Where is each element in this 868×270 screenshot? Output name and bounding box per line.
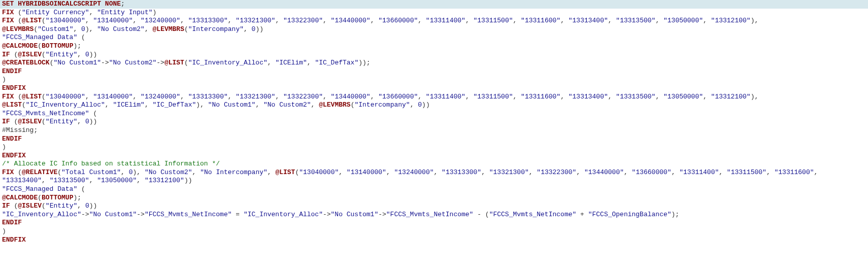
str: "FCCS_Managed Data": [2, 33, 77, 41]
paren: (: [18, 168, 22, 176]
code-line: ENDIF: [0, 68, 868, 76]
paren: (: [184, 59, 188, 66]
arrow: ->: [81, 211, 89, 218]
code-line: #Missing;: [0, 126, 868, 135]
plus: +: [576, 211, 588, 218]
str: "13313300": [188, 93, 228, 100]
str: "FCCS_Managed Data": [2, 185, 77, 193]
paren: (: [485, 211, 489, 218]
minus: -: [473, 211, 485, 218]
paren: (: [38, 42, 42, 50]
paren: (: [38, 194, 42, 201]
paren: (: [42, 93, 46, 100]
paren: )): [89, 202, 97, 210]
str: "13140000": [93, 17, 132, 24]
fn-islev: @ISLEV: [18, 202, 42, 210]
str: "Entity": [46, 202, 77, 210]
str: "No Custom2": [145, 168, 192, 176]
paren: (: [93, 110, 97, 117]
str: "ICElim": [113, 101, 144, 109]
str: "13440000": [331, 17, 371, 24]
code-line: ENDFIX: [0, 236, 868, 245]
code-line: ENDFIX: [0, 152, 868, 160]
str: "13040000": [46, 93, 85, 100]
fn-islev: @ISLEV: [18, 51, 42, 58]
arrow: ->: [378, 211, 386, 218]
kw-fix: FIX: [2, 9, 14, 16]
paren: (: [42, 17, 46, 24]
str: "IC_Inventory_Alloc": [244, 211, 323, 218]
str: "IC_DefTax": [315, 59, 358, 66]
paren: (: [18, 17, 22, 24]
kw-endif: ENDIF: [2, 135, 22, 143]
kw-if: IF: [2, 51, 10, 58]
fn-levmbrs: @LEVMBRS: [319, 101, 350, 109]
str: "Entity": [46, 51, 77, 58]
eq: =: [232, 211, 244, 218]
num: 0: [85, 118, 89, 125]
code-line: ): [0, 76, 868, 84]
fn-createblock: @CREATEBLOCK: [2, 59, 50, 66]
paren: )): [422, 101, 430, 109]
str: "13313300": [188, 17, 228, 24]
paren: ): [152, 9, 156, 16]
arrow: ->: [137, 211, 145, 218]
paren: ): [85, 25, 89, 33]
str: "13311500": [727, 168, 766, 176]
str: "13050000": [663, 17, 703, 24]
str: "13140000": [93, 93, 132, 100]
paren: )): [255, 25, 263, 33]
str: "13311600": [521, 93, 560, 100]
str: "13311400": [679, 168, 719, 176]
str: "13660000": [378, 93, 418, 100]
str: "13040000": [299, 168, 339, 176]
code-line: ): [0, 143, 868, 152]
num: 0: [85, 202, 89, 210]
paren: );: [73, 42, 81, 50]
code-line: @LEVMBRS("Custom1", 0), "No Custom2", @L…: [0, 25, 868, 34]
str: "FCCS_OpeningBalance": [588, 211, 672, 218]
str: "13313400": [569, 17, 608, 24]
code-line: FIX ("Entity Currency", "Entity Input"): [0, 9, 868, 17]
fn-levmbrs: @LEVMBRS: [153, 25, 184, 33]
paren: )): [184, 177, 192, 184]
code-line: SET HYBRIDBSOINCALCSCRIPT NONE;: [0, 0, 868, 9]
code-line: "FCCS_Managed Data" (: [0, 185, 868, 194]
code-line: FIX (@LIST("13040000", "13140000", "1324…: [0, 17, 868, 25]
paren: (: [18, 9, 22, 16]
arrow: ->: [156, 59, 164, 66]
code-line: ENDIF: [0, 219, 868, 227]
str: "ICElim": [275, 59, 307, 66]
str: "No Intercompany": [200, 168, 268, 176]
kw-bottomup: BOTTOMUP: [42, 42, 73, 50]
str: "13322300": [537, 168, 576, 176]
fn-levmbrs: @LEVMBRS: [2, 25, 34, 33]
paren: ): [133, 168, 137, 176]
code-line: IF (@ISLEV("Entity", 0)): [0, 202, 868, 211]
str: "Entity Input": [97, 9, 152, 16]
num: 0: [418, 101, 422, 109]
code-line: @CREATEBLOCK("No Custom1"->"No Custom2"-…: [0, 59, 868, 68]
str: "FCCS_Mvmts_NetIncome": [489, 211, 577, 218]
kw-bottomup: BOTTOMUP: [42, 194, 73, 201]
code-line: IF (@ISLEV("Entity", 0)): [0, 118, 868, 126]
str: "13313500": [50, 177, 89, 184]
kw-option: HYBRIDBSOINCALCSCRIPT: [18, 0, 101, 8]
fn-list: @LIST: [164, 59, 184, 66]
str: "13050000": [97, 177, 137, 184]
kw-fix: FIX: [2, 17, 14, 24]
missing: #Missing;: [2, 126, 38, 134]
code-line: ): [0, 227, 868, 236]
str: "Intercompany": [188, 25, 244, 33]
fn-list: @LIST: [22, 93, 42, 100]
paren: ): [751, 93, 755, 100]
str: "13240000": [394, 168, 433, 176]
kw-if: IF: [2, 202, 10, 210]
str: "IC_Inventory_Alloc": [26, 101, 105, 109]
str: "FCCS_Mvmts_NetIncome": [145, 211, 232, 218]
str: "Entity": [46, 118, 77, 125]
fn-list: @LIST: [22, 17, 42, 24]
str: "13311600": [521, 17, 560, 24]
paren: (: [184, 25, 188, 33]
str: "13311600": [774, 168, 814, 176]
